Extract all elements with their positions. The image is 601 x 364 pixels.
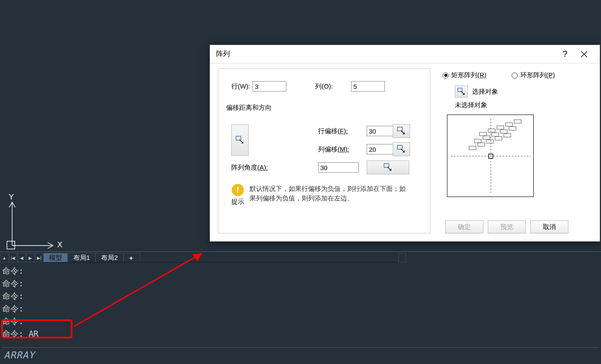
tip-row: ! 提示 默认情况下，如果行偏移为负值，则行添加在下面；如果列偏移为负值，则列添…: [231, 184, 422, 206]
svg-text:Y: Y: [9, 193, 14, 201]
angle-label: 阵列角度(A):: [231, 164, 313, 172]
pick-cursor-icon: [383, 163, 393, 172]
angle-input[interactable]: [318, 162, 359, 173]
svg-rect-29: [497, 126, 504, 129]
svg-rect-23: [483, 136, 490, 139]
select-objects-label: 选择对象: [472, 88, 498, 96]
selection-status: 未选择对象: [455, 101, 592, 109]
ok-button[interactable]: 确定: [445, 220, 483, 233]
cmd-line-1: 命令:: [2, 265, 599, 277]
nav-prev-button[interactable]: ◀: [17, 253, 26, 262]
layout-tab-bar: ▲ |◀ ◀ ▶ ▶| 模型 布局1 布局2 +: [0, 253, 399, 262]
cmd-line-4: 命令:: [2, 302, 599, 315]
radio-polar-array[interactable]: 环形阵列(P): [512, 71, 555, 79]
nav-next-button[interactable]: ▶: [26, 253, 35, 262]
tip-text: 默认情况下，如果行偏移为负值，则行添加在下面；如果列偏移为负值，则列添加在左边。: [250, 184, 406, 206]
pick-col-offset-button[interactable]: [393, 142, 410, 156]
pick-both-offset-button[interactable]: [231, 125, 249, 156]
svg-rect-20: [495, 137, 502, 140]
tab-scroll-stub: [398, 253, 406, 262]
offset-title: 偏移距离和方向: [226, 104, 422, 112]
command-input-bar[interactable]: ARRAY: [2, 347, 599, 362]
close-button[interactable]: [575, 46, 594, 63]
svg-rect-10: [397, 127, 402, 131]
tip-label: 提示: [231, 198, 244, 206]
row-offset-label: 行偏移(F):: [318, 127, 361, 135]
tab-layout1[interactable]: 布局1: [68, 253, 95, 262]
nav-last-button[interactable]: ▶|: [35, 253, 43, 262]
array-dialog: 阵列 ? 行(W): 列(O): 偏移距离和方向 行偏移(F):: [210, 45, 600, 242]
cmd-line-3: 命令:: [2, 290, 599, 302]
radio-off-icon: [512, 72, 518, 79]
svg-rect-18: [478, 143, 485, 146]
select-objects-button[interactable]: [455, 85, 468, 98]
svg-rect-30: [506, 123, 512, 126]
dialog-title: 阵列: [216, 49, 230, 59]
svg-rect-22: [474, 139, 481, 143]
cmd-line-5: 命令:: [2, 315, 599, 328]
radio-on-icon: [443, 72, 449, 79]
array-preview: [447, 115, 534, 197]
svg-rect-21: [504, 134, 511, 137]
pick-row-offset-button[interactable]: [393, 124, 410, 138]
svg-rect-27: [479, 132, 486, 136]
help-button[interactable]: ?: [555, 46, 575, 63]
cols-input[interactable]: [351, 81, 385, 92]
cmd-line-6: 命令: AR: [2, 328, 599, 340]
pick-cursor-icon: [397, 126, 406, 136]
close-icon: [580, 50, 588, 58]
preview-button[interactable]: 预览: [488, 220, 526, 233]
cmd-line-2: 命令:: [2, 277, 599, 290]
command-history: 命令: 命令: 命令: 命令: 命令: 命令: AR: [2, 265, 599, 340]
nav-up-button[interactable]: ▲: [0, 253, 9, 262]
bulb-icon: !: [232, 184, 244, 196]
svg-rect-25: [500, 130, 507, 133]
svg-rect-12: [384, 164, 389, 167]
pick-angle-button[interactable]: [367, 161, 409, 174]
preview-illustration-icon: [447, 115, 534, 197]
radio-rect-array[interactable]: 矩形阵列(R): [443, 71, 486, 79]
svg-rect-2: [7, 241, 15, 249]
svg-rect-31: [514, 120, 521, 123]
svg-rect-28: [488, 129, 495, 132]
tab-model[interactable]: 模型: [43, 253, 68, 262]
dialog-titlebar: 阵列 ?: [210, 45, 600, 63]
rows-label: 行(W):: [231, 82, 250, 91]
ucs-axis-icon: Y X: [6, 194, 62, 251]
cols-label: 列(O):: [315, 82, 333, 91]
svg-rect-19: [486, 140, 493, 143]
svg-rect-11: [397, 145, 402, 149]
pick-cursor-icon: [457, 87, 466, 96]
svg-rect-17: [469, 146, 476, 150]
svg-rect-24: [492, 133, 499, 136]
pick-cursor-icon: [397, 144, 406, 154]
svg-text:X: X: [57, 240, 62, 249]
command-input-text: ARRAY: [4, 350, 35, 361]
offset-groupbox: 行(W): 列(O): 偏移距离和方向 行偏移(F):: [218, 69, 430, 233]
nav-first-button[interactable]: |◀: [9, 253, 17, 262]
col-offset-label: 列偏移(M):: [318, 145, 361, 154]
cancel-button[interactable]: 取消: [530, 220, 568, 233]
tab-layout2[interactable]: 布局2: [95, 253, 123, 262]
svg-rect-9: [236, 136, 241, 140]
svg-rect-26: [509, 127, 516, 130]
rows-input[interactable]: [253, 81, 286, 92]
pick-cursor-icon: [235, 135, 245, 145]
tab-add[interactable]: +: [124, 253, 140, 262]
svg-rect-13: [458, 88, 462, 92]
